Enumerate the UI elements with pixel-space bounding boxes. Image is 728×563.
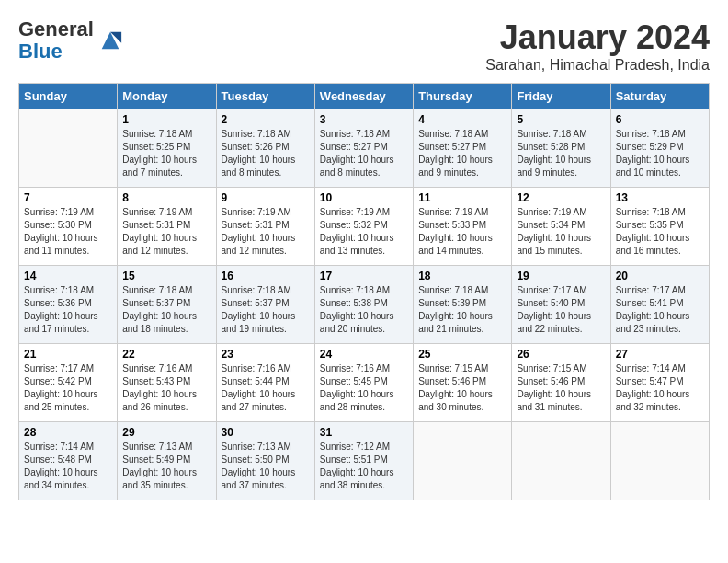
- day-info: Sunrise: 7:18 AMSunset: 5:28 PMDaylight:…: [517, 128, 605, 179]
- calendar-cell: 16Sunrise: 7:18 AMSunset: 5:37 PMDayligh…: [216, 266, 314, 344]
- calendar-cell: 30Sunrise: 7:13 AMSunset: 5:50 PMDayligh…: [216, 422, 314, 500]
- day-info: Sunrise: 7:14 AMSunset: 5:47 PMDaylight:…: [616, 362, 704, 414]
- calendar-cell: 27Sunrise: 7:14 AMSunset: 5:47 PMDayligh…: [610, 344, 709, 422]
- logo-blue: Blue: [18, 40, 94, 63]
- calendar-week-row: 14Sunrise: 7:18 AMSunset: 5:36 PMDayligh…: [19, 266, 710, 344]
- day-info: Sunrise: 7:15 AMSunset: 5:46 PMDaylight:…: [517, 362, 605, 414]
- day-number: 8: [122, 191, 210, 204]
- day-info: Sunrise: 7:16 AMSunset: 5:44 PMDaylight:…: [222, 362, 310, 414]
- calendar-cell: 18Sunrise: 7:18 AMSunset: 5:39 PMDayligh…: [414, 266, 512, 344]
- calendar-cell: 10Sunrise: 7:19 AMSunset: 5:32 PMDayligh…: [314, 188, 413, 266]
- day-info: Sunrise: 7:18 AMSunset: 5:36 PMDaylight:…: [24, 284, 112, 336]
- day-info: Sunrise: 7:18 AMSunset: 5:37 PMDaylight:…: [122, 284, 210, 336]
- header-day: Wednesday: [314, 84, 413, 109]
- calendar-cell: 14Sunrise: 7:18 AMSunset: 5:36 PMDayligh…: [19, 266, 118, 344]
- day-number: 12: [517, 191, 605, 204]
- day-info: Sunrise: 7:18 AMSunset: 5:26 PMDaylight:…: [222, 128, 310, 179]
- day-number: 4: [418, 113, 506, 126]
- day-number: 26: [517, 348, 605, 361]
- day-number: 14: [24, 270, 112, 282]
- header-row: SundayMondayTuesdayWednesdayThursdayFrid…: [19, 84, 710, 109]
- calendar-cell: 12Sunrise: 7:19 AMSunset: 5:34 PMDayligh…: [512, 188, 610, 266]
- day-number: 25: [418, 348, 506, 361]
- day-info: Sunrise: 7:15 AMSunset: 5:46 PMDaylight:…: [418, 362, 506, 414]
- calendar-cell: 13Sunrise: 7:18 AMSunset: 5:35 PMDayligh…: [610, 188, 709, 266]
- day-info: Sunrise: 7:18 AMSunset: 5:29 PMDaylight:…: [616, 128, 704, 179]
- day-info: Sunrise: 7:13 AMSunset: 5:50 PMDaylight:…: [222, 441, 310, 492]
- logo-icon: [97, 28, 123, 53]
- logo-general: General: [18, 18, 94, 40]
- calendar-cell: 15Sunrise: 7:18 AMSunset: 5:37 PMDayligh…: [118, 266, 216, 344]
- header-day: Monday: [118, 84, 216, 109]
- day-info: Sunrise: 7:19 AMSunset: 5:30 PMDaylight:…: [24, 206, 112, 258]
- day-info: Sunrise: 7:18 AMSunset: 5:25 PMDaylight:…: [122, 128, 210, 179]
- header-day: Sunday: [19, 84, 118, 109]
- calendar-cell: 2Sunrise: 7:18 AMSunset: 5:26 PMDaylight…: [216, 109, 314, 188]
- day-info: Sunrise: 7:12 AMSunset: 5:51 PMDaylight:…: [320, 441, 408, 492]
- calendar-week-row: 21Sunrise: 7:17 AMSunset: 5:42 PMDayligh…: [19, 344, 710, 422]
- day-number: 15: [122, 270, 210, 282]
- day-number: 23: [222, 348, 310, 361]
- day-number: 18: [418, 270, 506, 282]
- day-info: Sunrise: 7:19 AMSunset: 5:32 PMDaylight:…: [320, 206, 408, 258]
- header-day: Saturday: [610, 84, 709, 109]
- day-number: 31: [320, 426, 408, 439]
- day-number: 27: [616, 348, 704, 361]
- month-title: January 2024: [485, 18, 710, 57]
- title-section: January 2024 Sarahan, Himachal Pradesh, …: [485, 18, 710, 74]
- day-number: 3: [320, 113, 408, 126]
- header-day: Tuesday: [216, 84, 314, 109]
- day-info: Sunrise: 7:18 AMSunset: 5:38 PMDaylight:…: [320, 284, 408, 336]
- day-number: 21: [24, 348, 112, 361]
- day-number: 9: [222, 191, 310, 204]
- day-number: 7: [24, 191, 112, 204]
- calendar-cell: 9Sunrise: 7:19 AMSunset: 5:31 PMDaylight…: [216, 188, 314, 266]
- calendar-week-row: 7Sunrise: 7:19 AMSunset: 5:30 PMDaylight…: [19, 188, 710, 266]
- day-number: 10: [320, 191, 408, 204]
- day-info: Sunrise: 7:18 AMSunset: 5:27 PMDaylight:…: [418, 128, 506, 179]
- calendar-cell: 23Sunrise: 7:16 AMSunset: 5:44 PMDayligh…: [216, 344, 314, 422]
- header-day: Friday: [512, 84, 610, 109]
- day-info: Sunrise: 7:19 AMSunset: 5:31 PMDaylight:…: [122, 206, 210, 258]
- calendar-cell: [19, 109, 118, 188]
- location-title: Sarahan, Himachal Pradesh, India: [485, 57, 710, 74]
- calendar-cell: 21Sunrise: 7:17 AMSunset: 5:42 PMDayligh…: [19, 344, 118, 422]
- calendar-cell: 20Sunrise: 7:17 AMSunset: 5:41 PMDayligh…: [610, 266, 709, 344]
- day-number: 1: [122, 113, 210, 126]
- calendar-body: 1Sunrise: 7:18 AMSunset: 5:25 PMDaylight…: [19, 109, 710, 500]
- day-number: 17: [320, 270, 408, 282]
- calendar-table: SundayMondayTuesdayWednesdayThursdayFrid…: [18, 83, 710, 500]
- day-number: 24: [320, 348, 408, 361]
- day-number: 20: [616, 270, 704, 282]
- day-number: 16: [222, 270, 310, 282]
- calendar-cell: 3Sunrise: 7:18 AMSunset: 5:27 PMDaylight…: [314, 109, 413, 188]
- day-info: Sunrise: 7:18 AMSunset: 5:39 PMDaylight:…: [418, 284, 506, 336]
- calendar-cell: 1Sunrise: 7:18 AMSunset: 5:25 PMDaylight…: [118, 109, 216, 188]
- day-info: Sunrise: 7:19 AMSunset: 5:33 PMDaylight:…: [418, 206, 506, 258]
- day-info: Sunrise: 7:16 AMSunset: 5:45 PMDaylight:…: [320, 362, 408, 414]
- day-info: Sunrise: 7:18 AMSunset: 5:37 PMDaylight:…: [222, 284, 310, 336]
- day-info: Sunrise: 7:17 AMSunset: 5:42 PMDaylight:…: [24, 362, 112, 414]
- calendar-cell: 19Sunrise: 7:17 AMSunset: 5:40 PMDayligh…: [512, 266, 610, 344]
- day-number: 30: [222, 426, 310, 439]
- calendar-cell: 4Sunrise: 7:18 AMSunset: 5:27 PMDaylight…: [414, 109, 512, 188]
- calendar-cell: 31Sunrise: 7:12 AMSunset: 5:51 PMDayligh…: [314, 422, 413, 500]
- calendar-cell: 17Sunrise: 7:18 AMSunset: 5:38 PMDayligh…: [314, 266, 413, 344]
- logo: General Blue: [18, 18, 123, 63]
- day-number: 6: [616, 113, 704, 126]
- header-day: Thursday: [414, 84, 512, 109]
- calendar-cell: 22Sunrise: 7:16 AMSunset: 5:43 PMDayligh…: [118, 344, 216, 422]
- day-number: 11: [418, 191, 506, 204]
- calendar-cell: 26Sunrise: 7:15 AMSunset: 5:46 PMDayligh…: [512, 344, 610, 422]
- day-number: 5: [517, 113, 605, 126]
- calendar-cell: [414, 422, 512, 500]
- calendar-cell: 5Sunrise: 7:18 AMSunset: 5:28 PMDaylight…: [512, 109, 610, 188]
- calendar-cell: [610, 422, 709, 500]
- day-info: Sunrise: 7:18 AMSunset: 5:27 PMDaylight:…: [320, 128, 408, 179]
- day-info: Sunrise: 7:19 AMSunset: 5:34 PMDaylight:…: [517, 206, 605, 258]
- calendar-cell: 6Sunrise: 7:18 AMSunset: 5:29 PMDaylight…: [610, 109, 709, 188]
- day-number: 28: [24, 426, 112, 439]
- day-number: 13: [616, 191, 704, 204]
- calendar-cell: 7Sunrise: 7:19 AMSunset: 5:30 PMDaylight…: [19, 188, 118, 266]
- calendar-cell: 28Sunrise: 7:14 AMSunset: 5:48 PMDayligh…: [19, 422, 118, 500]
